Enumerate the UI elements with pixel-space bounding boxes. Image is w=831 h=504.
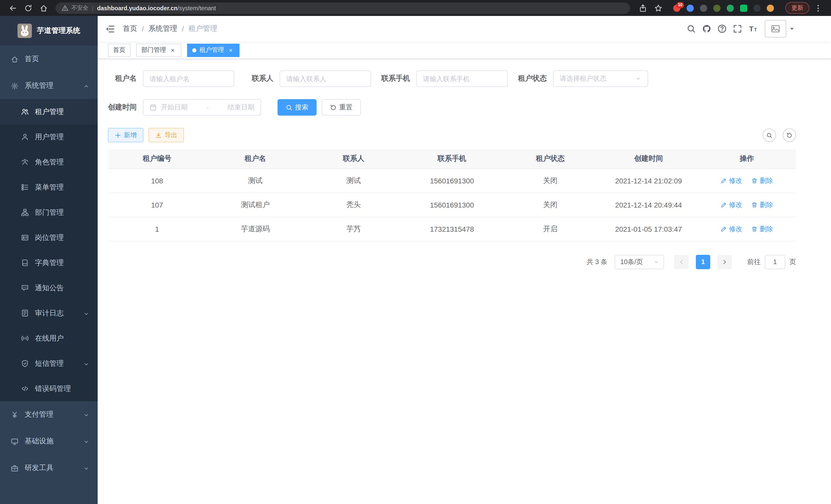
tab-home[interactable]: 首页	[108, 43, 131, 57]
sidebar-item-tenant[interactable]: 租户管理	[0, 99, 98, 124]
extension-olive-icon[interactable]	[713, 4, 720, 11]
date-range-separator: -	[192, 103, 224, 111]
delete-link[interactable]: 删除	[751, 176, 773, 185]
next-page-button[interactable]	[717, 255, 732, 269]
sidebar-item-dev-tool[interactable]: 研发工具	[0, 455, 98, 481]
profile-avatar-icon[interactable]	[767, 4, 774, 11]
user-avatar[interactable]	[765, 20, 786, 37]
tenant-status-select[interactable]: 请选择租户状态	[553, 70, 648, 87]
url-bar[interactable]: 不安全 | dashboard.yudao.iocoder.cn/system/…	[56, 2, 630, 13]
app-logo[interactable]: 芋道管理系统	[0, 16, 98, 46]
header-search-icon[interactable]	[684, 21, 699, 36]
app-title: 芋道管理系统	[37, 26, 80, 35]
cell-tenant-id: 108	[108, 169, 206, 192]
edit-pencil-icon	[721, 178, 727, 184]
extension-green-square-icon[interactable]	[740, 4, 747, 11]
col-created: 创建时间	[600, 149, 698, 169]
tenant-name-input[interactable]	[143, 70, 234, 87]
github-icon[interactable]	[699, 21, 714, 36]
contact-input[interactable]	[280, 70, 371, 87]
edit-link[interactable]: 修改	[721, 200, 742, 209]
sidebar-item-user[interactable]: 用户管理	[0, 124, 98, 149]
table-toolbar: 新增 导出	[108, 128, 796, 142]
breadcrumb-separator: /	[142, 25, 144, 33]
export-button[interactable]: 导出	[148, 128, 184, 142]
chevron-down-icon	[635, 76, 641, 82]
help-icon[interactable]	[714, 21, 730, 36]
total-count: 共 3 条	[586, 257, 607, 266]
page-size-select[interactable]: 10条/页	[614, 255, 664, 269]
col-status: 租户状态	[501, 149, 600, 169]
browser-update-button[interactable]: 更新	[785, 2, 809, 14]
sidebar-item-dict[interactable]: 字典管理	[0, 250, 98, 275]
sidebar-item-audit-log[interactable]: 审计日志	[0, 301, 98, 326]
table-header-row: 租户编号 租户名 联系人 联系手机 租户状态 创建时间 操作	[108, 149, 796, 169]
trash-icon	[751, 226, 757, 232]
close-icon[interactable]: ×	[227, 47, 234, 54]
cell-contact: 秃头	[305, 192, 403, 217]
reset-button[interactable]: 重置	[322, 99, 361, 116]
sidebar-item-notice[interactable]: 通知公告	[0, 275, 98, 301]
extension-blue-icon[interactable]	[687, 4, 694, 11]
yuan-icon	[11, 411, 19, 418]
sidebar-item-role[interactable]: 角色管理	[0, 149, 98, 175]
browser-refresh-icon[interactable]	[24, 4, 32, 12]
extension-dark-sphere-icon[interactable]	[700, 4, 707, 11]
bookmark-star-icon[interactable]	[654, 4, 662, 12]
sidebar-item-sms[interactable]: 短信管理	[0, 351, 98, 376]
goto-page-input[interactable]	[765, 255, 785, 269]
page-1-button[interactable]: 1	[696, 255, 710, 269]
sidebar-item-dept[interactable]: 部门管理	[0, 200, 98, 225]
svg-text:T: T	[754, 27, 757, 32]
create-time-range-picker[interactable]: 开始日期 - 结束日期	[143, 99, 261, 116]
browser-menu-icon[interactable]	[814, 4, 822, 12]
fullscreen-icon[interactable]	[730, 21, 745, 36]
hamburger-fold-icon[interactable]	[105, 24, 115, 34]
search-button[interactable]: 搜索	[278, 99, 317, 116]
refresh-table-button[interactable]	[783, 128, 796, 142]
edit-link[interactable]: 修改	[721, 176, 742, 185]
sidebar-item-pay[interactable]: 支付管理	[0, 401, 98, 428]
sidebar-item-post[interactable]: 岗位管理	[0, 225, 98, 250]
breadcrumb: 首页 / 系统管理 / 租户管理	[123, 24, 218, 33]
close-icon[interactable]: ×	[169, 47, 176, 54]
rabbit-logo-avatar	[18, 24, 32, 38]
screen: 不安全 | dashboard.yudao.iocoder.cn/system/…	[0, 0, 831, 504]
page-size-value: 10条/页	[620, 257, 643, 266]
font-size-icon[interactable]: TT	[745, 21, 761, 36]
sidebar-item-error-code[interactable]: 错误码管理	[0, 376, 98, 401]
url-path: /system/tenant	[177, 5, 216, 11]
sidebar-item-menu[interactable]: 菜单管理	[0, 175, 98, 200]
extension-multicolor-icon[interactable]: 10	[673, 4, 681, 11]
table-row: 108 测试 测试 15601691300 关闭 2021-12-14 21:0…	[108, 169, 796, 192]
cell-tenant-id: 1	[108, 217, 206, 241]
extension-dark-plug-icon[interactable]	[753, 4, 761, 11]
avatar-caret-icon[interactable]	[789, 26, 795, 32]
filter-contact: 联系人	[245, 70, 371, 87]
sidebar-item-infra[interactable]: 基础设施	[0, 428, 98, 455]
delete-link[interactable]: 删除	[751, 224, 773, 234]
extension-green-circle-icon[interactable]	[727, 4, 734, 11]
prev-page-button[interactable]	[674, 255, 689, 269]
col-actions: 操作	[698, 149, 796, 169]
add-button[interactable]: 新增	[108, 128, 143, 142]
trash-icon	[751, 202, 757, 208]
breadcrumb-system[interactable]: 系统管理	[148, 24, 177, 33]
share-icon[interactable]	[639, 4, 647, 12]
sidebar-item-home[interactable]: 首页	[0, 46, 98, 72]
chevron-icon	[83, 360, 89, 366]
delete-link[interactable]: 删除	[751, 200, 773, 209]
browser-back-icon[interactable]	[9, 4, 17, 12]
edit-link[interactable]: 修改	[721, 224, 742, 234]
breadcrumb-home[interactable]: 首页	[123, 24, 137, 33]
tab-tenant[interactable]: 租户管理 ×	[187, 43, 239, 57]
toolbar-right	[763, 128, 796, 142]
sidebar-item-online-user[interactable]: 在线用户	[0, 326, 98, 351]
toggle-search-button[interactable]	[763, 128, 776, 142]
tab-dept[interactable]: 部门管理 ×	[136, 43, 181, 57]
phone-input[interactable]	[416, 70, 508, 87]
browser-home-icon[interactable]	[39, 4, 48, 12]
col-contact: 联系人	[305, 149, 403, 169]
date-end-placeholder: 结束日期	[228, 103, 254, 112]
sidebar-item-system[interactable]: 系统管理	[0, 72, 98, 99]
